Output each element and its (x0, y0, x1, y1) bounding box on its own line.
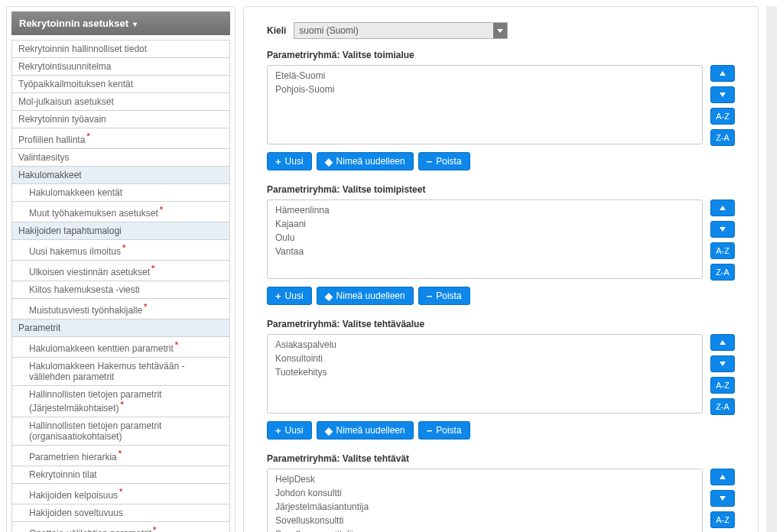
new-button[interactable]: +Uusi (267, 287, 312, 305)
param-listbox[interactable]: HelpDeskJohdon konsulttiJärjestelmäasian… (267, 469, 703, 532)
required-asterisk: * (122, 243, 125, 252)
list-item[interactable]: Hämeenlinna (268, 203, 702, 217)
diamond-icon: ◆ (325, 291, 333, 301)
sidebar-item[interactable]: Hakulomakkeen kentät (12, 184, 229, 202)
param-group: Parametriryhmä: Valitse toimipisteetHäme… (267, 184, 735, 305)
list-item[interactable]: Tuotekehitys (268, 365, 702, 379)
sidebar-item[interactable]: Hakulomakkeen Hakemus tehtävään -välileh… (12, 358, 229, 386)
sort-za-button[interactable]: Z-A (710, 264, 735, 281)
list-item[interactable]: Konsultointi (268, 352, 702, 365)
sort-za-button[interactable]: Z-A (710, 398, 735, 415)
delete-button[interactable]: −Poista (418, 152, 470, 170)
sidebar-item[interactable]: Hakulomakkeet (12, 167, 229, 184)
sort-az-button[interactable]: A-Z (710, 108, 735, 125)
param-group: Parametriryhmä: Valitse tehtäväalueAsiak… (267, 319, 735, 440)
move-up-button[interactable] (710, 65, 735, 82)
rename-button[interactable]: ◆Nimeä uudelleen (317, 287, 414, 305)
move-down-button[interactable] (710, 86, 735, 103)
sidebar-item[interactable]: Ulkoisen viestinnän asetukset* (12, 261, 229, 281)
sidebar-item[interactable]: Profiilien hallinta* (12, 128, 229, 149)
rename-button[interactable]: ◆Nimeä uudelleen (317, 152, 414, 170)
sort-az-button[interactable]: A-Z (710, 377, 735, 394)
required-asterisk: * (144, 302, 147, 311)
sort-buttons: A-ZZ-A (710, 469, 735, 532)
required-asterisk: * (153, 525, 156, 532)
sort-buttons: A-ZZ-A (710, 65, 735, 146)
required-asterisk: * (151, 264, 154, 273)
param-listbox[interactable]: Etelä-SuomiPohjois-Suomi (267, 65, 703, 144)
list-item[interactable]: Sovellussuunnittelija (268, 527, 702, 532)
param-group: Parametriryhmä: Valitse tehtävätHelpDesk… (267, 453, 735, 532)
sidebar-item[interactable]: Muistutusviesti työnhakijalle* (12, 299, 229, 320)
list-item[interactable]: Sovelluskonsultti (268, 514, 702, 527)
param-listbox[interactable]: HämeenlinnaKajaaniOuluVantaa (267, 200, 703, 279)
sort-az-button[interactable]: A-Z (710, 511, 735, 528)
diamond-icon: ◆ (325, 426, 333, 436)
language-label: Kieli (267, 25, 286, 36)
new-button[interactable]: +Uusi (267, 152, 312, 170)
minus-icon: − (427, 426, 433, 436)
param-group: Parametriryhmä: Valitse toimialueEtelä-S… (267, 50, 735, 170)
sort-az-button[interactable]: A-Z (710, 242, 735, 259)
required-asterisk: * (160, 205, 163, 214)
sidebar-item[interactable]: Hakijoiden soveltuvuus (12, 504, 229, 522)
required-asterisk: * (86, 131, 89, 141)
plus-icon: + (275, 291, 281, 301)
move-up-button[interactable] (710, 200, 735, 216)
sort-buttons: A-ZZ-A (710, 334, 735, 415)
list-item[interactable]: Kajaani (268, 217, 702, 231)
new-button[interactable]: +Uusi (267, 421, 312, 440)
move-up-button[interactable] (710, 334, 735, 351)
sidebar-item[interactable]: Rekrytoinnin tilat (12, 466, 229, 484)
action-row: +Uusi◆Nimeä uudelleen−Poista (267, 421, 735, 440)
sidebar-item[interactable]: Parametrien hierarkia* (12, 446, 229, 466)
required-asterisk: * (119, 487, 122, 496)
sidebar-item[interactable]: Hallinnollisten tietojen parametrit (org… (12, 417, 229, 446)
param-listbox[interactable]: AsiakaspalveluKonsultointiTuotekehitys (267, 334, 703, 414)
list-item[interactable]: Oulu (268, 231, 702, 245)
sidebar-item[interactable]: Muut työhakemuksen asetukset* (12, 202, 229, 222)
sidebar-item[interactable]: Rekrytointisuunnitelma (12, 58, 229, 76)
list-item[interactable]: Vantaa (268, 245, 702, 258)
list-item[interactable]: Etelä-Suomi (268, 69, 702, 83)
action-row: +Uusi◆Nimeä uudelleen−Poista (267, 152, 735, 170)
sidebar-item[interactable]: Kiitos hakemuksesta -viesti (12, 281, 229, 299)
list-item[interactable]: Johdon konsultti (268, 486, 702, 500)
sidebar-item[interactable]: Uusi hakemus ilmoitus* (12, 240, 229, 261)
sidebar-item[interactable]: Hakijoiden tapahtumalogi (12, 222, 229, 240)
sidebar-header[interactable]: Rekrytoinnin asetukset (11, 11, 230, 35)
move-down-button[interactable] (710, 490, 735, 507)
list-item[interactable]: HelpDesk (268, 472, 702, 486)
sidebar-item[interactable]: Valintaesitys (12, 149, 229, 167)
sidebar-item[interactable]: Opettaja-välilehtien parametrit* (12, 522, 229, 532)
minus-icon: − (427, 291, 433, 301)
param-group-title: Parametriryhmä: Valitse toimialue (267, 50, 735, 60)
page-scrollbar[interactable] (766, 6, 777, 532)
sidebar-item[interactable]: Hallinnollisten tietojen parametrit (Jär… (12, 386, 229, 417)
diamond-icon: ◆ (325, 157, 333, 167)
move-down-button[interactable] (710, 355, 735, 372)
sidebar-item[interactable]: Työpaikkailmoituksen kentät (12, 76, 229, 93)
list-item[interactable]: Järjestelmäasiantuntija (268, 500, 702, 514)
delete-button[interactable]: −Poista (418, 287, 470, 305)
move-down-button[interactable] (710, 221, 735, 238)
param-group-title: Parametriryhmä: Valitse tehtävät (267, 453, 735, 464)
list-item[interactable]: Pohjois-Suomi (268, 83, 702, 96)
sidebar-item[interactable]: Hakulomakkeen kenttien parametrit* (12, 337, 229, 358)
sidebar-item[interactable]: Rekrytoinnin työavain (12, 111, 229, 128)
plus-icon: + (275, 157, 281, 167)
sidebar-item[interactable]: Parametrit (12, 320, 229, 337)
sort-za-button[interactable]: Z-A (710, 129, 735, 146)
language-select[interactable]: suomi (Suomi) (294, 22, 508, 39)
required-asterisk: * (119, 449, 122, 458)
sidebar-item[interactable]: Rekrytoinnin hallinnolliset tiedot (12, 41, 229, 58)
minus-icon: − (427, 157, 433, 167)
move-up-button[interactable] (710, 469, 735, 485)
required-asterisk: * (120, 400, 123, 409)
list-item[interactable]: Asiakaspalvelu (268, 338, 702, 352)
sidebar-item[interactable]: Mol-julkaisun asetukset (12, 93, 229, 111)
sidebar-item[interactable]: Hakijoiden kelpoisuus* (12, 484, 229, 504)
delete-button[interactable]: −Poista (418, 421, 470, 440)
sidebar-nav: Rekrytoinnin hallinnolliset tiedotRekryt… (11, 40, 230, 532)
rename-button[interactable]: ◆Nimeä uudelleen (317, 421, 414, 440)
